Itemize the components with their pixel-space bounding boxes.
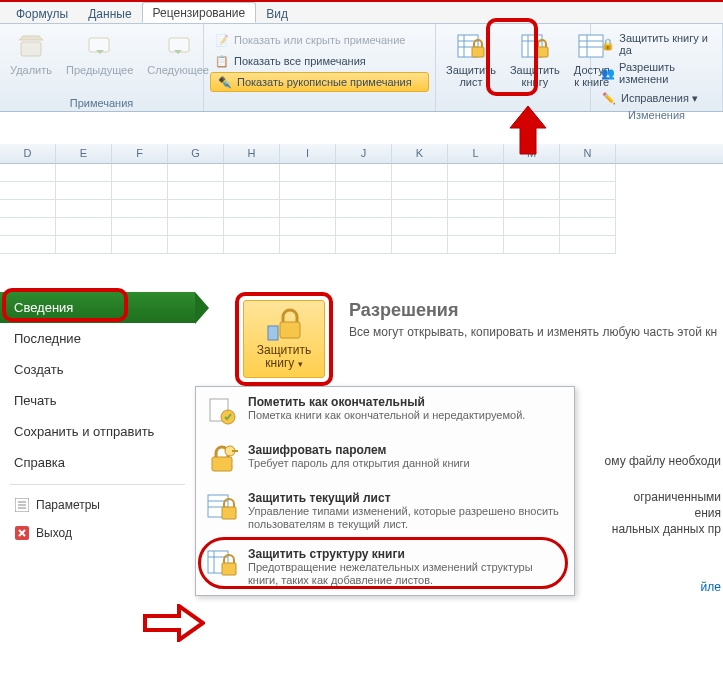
backstage: Сведения Последние Создать Печать Сохран… bbox=[0, 292, 723, 694]
tab-formulas[interactable]: Формулы bbox=[6, 4, 78, 23]
permissions-desc: Все могут открывать, копировать и изменя… bbox=[349, 325, 717, 339]
side-text-2: ограниченными bbox=[634, 490, 722, 504]
show-all-notes-button[interactable]: 📋 Показать все примечания bbox=[210, 51, 429, 71]
backstage-exit-button[interactable]: Выход bbox=[0, 519, 195, 547]
allow-edit-icon: 👥 bbox=[601, 65, 615, 81]
ribbon: Удалить Предыдущее Следующее Примечания … bbox=[0, 24, 723, 112]
mark-final-icon bbox=[206, 395, 238, 427]
col-header[interactable]: F bbox=[112, 144, 168, 163]
svg-rect-27 bbox=[232, 450, 238, 452]
col-header[interactable]: J bbox=[336, 144, 392, 163]
callout-info-tab bbox=[2, 288, 128, 322]
column-headers: D E F G H I J K L M N bbox=[0, 144, 723, 164]
backstage-tab-recent[interactable]: Последние bbox=[0, 323, 195, 354]
menu-encrypt-password[interactable]: Зашифровать паролем Требует пароль для о… bbox=[196, 435, 574, 483]
options-icon bbox=[14, 497, 30, 513]
callout-arrow-right bbox=[143, 604, 205, 642]
prev-icon bbox=[84, 30, 116, 62]
spreadsheet-grid[interactable] bbox=[0, 164, 723, 254]
backstage-tab-save-send[interactable]: Сохранить и отправить bbox=[0, 416, 195, 447]
backstage-options-button[interactable]: Параметры bbox=[0, 491, 195, 519]
col-header[interactable]: G bbox=[168, 144, 224, 163]
menu-protect-sheet[interactable]: Защитить текущий лист Управление типами … bbox=[196, 483, 574, 539]
protect-share-button[interactable]: 🔒 Защитить книгу и да bbox=[597, 30, 716, 58]
group-label-changes: Изменения bbox=[597, 108, 716, 123]
col-header[interactable]: L bbox=[448, 144, 504, 163]
protect-sheet-menu-icon bbox=[206, 491, 238, 523]
notes-icon: 📋 bbox=[214, 53, 230, 69]
svg-rect-2 bbox=[169, 38, 189, 52]
delete-icon bbox=[15, 30, 47, 62]
show-hide-note-button[interactable]: 📝 Показать или скрыть примечание bbox=[210, 30, 429, 50]
prev-comment-button[interactable]: Предыдущее bbox=[62, 28, 137, 78]
side-text-1: ому файлу необходи bbox=[605, 454, 721, 468]
svg-rect-0 bbox=[21, 42, 41, 56]
col-header[interactable]: N bbox=[560, 144, 616, 163]
menu-protect-structure[interactable]: Защитить структуру книги Предотвращение … bbox=[196, 539, 574, 595]
permissions-title: Разрешения bbox=[349, 300, 717, 321]
side-text-4: нальных данных пр bbox=[612, 522, 721, 536]
backstage-main: Защитить книгу ▾ Разрешения Все могут от… bbox=[195, 292, 723, 694]
delete-comment-button[interactable]: Удалить bbox=[6, 28, 56, 78]
col-header[interactable]: E bbox=[56, 144, 112, 163]
track-changes-icon: ✏️ bbox=[601, 90, 617, 106]
col-header[interactable]: H bbox=[224, 144, 280, 163]
backstage-tab-help[interactable]: Справка bbox=[0, 447, 195, 478]
backstage-tab-new[interactable]: Создать bbox=[0, 354, 195, 385]
col-header[interactable]: I bbox=[280, 144, 336, 163]
callout-protect-dropdown bbox=[235, 292, 333, 386]
svg-rect-1 bbox=[89, 38, 109, 52]
next-comment-button[interactable]: Следующее bbox=[143, 28, 213, 78]
menu-mark-final[interactable]: Пометить как окончательный Пометка книги… bbox=[196, 387, 574, 435]
encrypt-icon bbox=[206, 443, 238, 475]
backstage-tab-print[interactable]: Печать bbox=[0, 385, 195, 416]
col-header[interactable]: K bbox=[392, 144, 448, 163]
group-label-notes: Примечания bbox=[6, 96, 197, 111]
svg-rect-7 bbox=[472, 47, 484, 57]
ink-icon: ✒️ bbox=[217, 74, 233, 90]
exit-icon bbox=[14, 525, 30, 541]
protect-sheet-icon bbox=[455, 30, 487, 62]
protect-share-icon: 🔒 bbox=[601, 36, 615, 52]
svg-rect-25 bbox=[212, 457, 232, 471]
note-icon: 📝 bbox=[214, 32, 230, 48]
protect-menu: Пометить как окончательный Пометка книги… bbox=[195, 386, 575, 596]
next-icon bbox=[162, 30, 194, 62]
callout-protect-book bbox=[486, 18, 538, 96]
tab-review[interactable]: Рецензирование bbox=[142, 2, 257, 23]
show-ink-notes-button[interactable]: ✒️ Показать рукописные примечания bbox=[210, 72, 429, 92]
allow-edit-button[interactable]: 👥 Разрешить изменени bbox=[597, 59, 716, 87]
tab-data[interactable]: Данные bbox=[78, 4, 141, 23]
track-changes-button[interactable]: ✏️ Исправления ▾ bbox=[597, 88, 716, 108]
callout-protect-structure bbox=[198, 537, 568, 589]
side-text-link[interactable]: йле bbox=[701, 580, 721, 594]
col-header[interactable]: D bbox=[0, 144, 56, 163]
ribbon-tabs: Формулы Данные Рецензирование Вид bbox=[0, 2, 723, 24]
tab-view[interactable]: Вид bbox=[256, 4, 298, 23]
callout-arrow-up bbox=[508, 104, 548, 162]
svg-rect-31 bbox=[222, 507, 236, 519]
side-text-3: ения bbox=[694, 506, 721, 520]
